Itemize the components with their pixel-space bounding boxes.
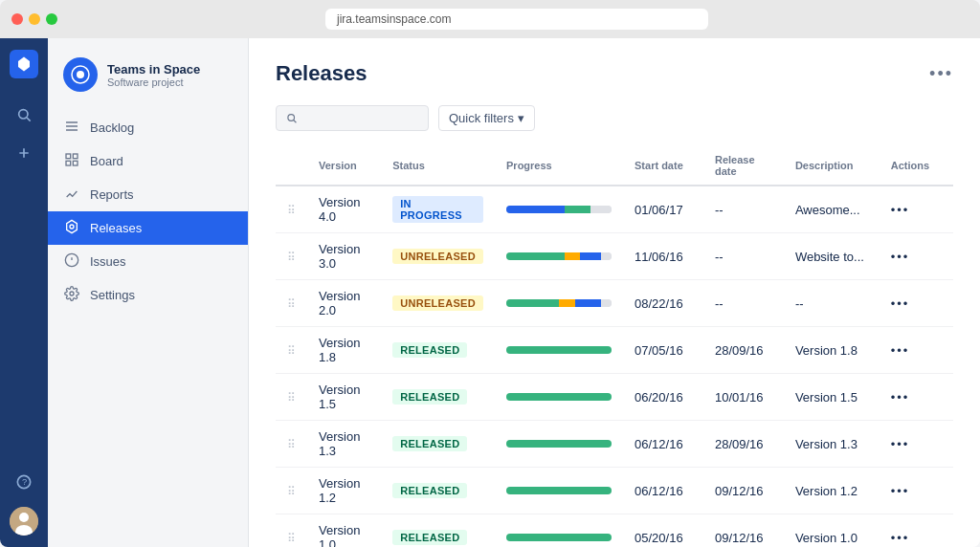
status-badge: UNRELEASED bbox=[392, 295, 483, 311]
user-avatar[interactable] bbox=[10, 507, 38, 536]
nav-items: Backlog Board Reports Releases Issues Se… bbox=[48, 111, 248, 312]
col-header-0 bbox=[276, 146, 307, 186]
version-cell: Version 1.5 bbox=[307, 374, 381, 421]
sidebar-item-label-backlog: Backlog bbox=[90, 120, 134, 135]
project-icon bbox=[63, 57, 98, 92]
status-badge: IN PROGRESS bbox=[392, 196, 483, 223]
actions-cell[interactable]: ••• bbox=[880, 374, 953, 421]
table-row: ⠿Version 1.8RELEASED07/05/1628/09/16Vers… bbox=[276, 327, 953, 374]
dot-green bbox=[46, 13, 57, 25]
svg-line-25 bbox=[294, 120, 297, 123]
version-cell: Version 4.0 bbox=[307, 186, 381, 233]
page-header: Releases ••• bbox=[276, 61, 953, 86]
more-options-button[interactable]: ••• bbox=[929, 64, 953, 84]
table-row: ⠿Version 1.3RELEASED06/12/1628/09/16Vers… bbox=[276, 421, 953, 468]
status-cell: RELEASED bbox=[381, 374, 495, 421]
description-cell: Version 1.3 bbox=[784, 421, 880, 468]
search-input[interactable] bbox=[302, 111, 418, 125]
svg-line-2 bbox=[27, 118, 31, 121]
progress-bar bbox=[506, 487, 612, 494]
sidebar-item-issues[interactable]: Issues bbox=[48, 245, 248, 278]
version-cell: Version 1.8 bbox=[307, 327, 381, 374]
svg-point-19 bbox=[70, 225, 74, 229]
sidebar-item-settings[interactable]: Settings bbox=[48, 278, 248, 312]
address-bar[interactable]: jira.teamsinspace.com bbox=[325, 9, 708, 30]
progress-segment bbox=[565, 206, 591, 213]
start-date-cell: 06/12/16 bbox=[623, 468, 703, 514]
actions-cell[interactable]: ••• bbox=[880, 514, 953, 548]
progress-cell bbox=[495, 186, 623, 233]
drag-handle[interactable]: ⠿ bbox=[287, 251, 296, 264]
description-cell: Website to... bbox=[784, 233, 880, 280]
sidebar-item-board[interactable]: Board bbox=[48, 144, 248, 178]
sidebar-item-releases[interactable]: Releases bbox=[48, 211, 248, 245]
settings-nav-icon bbox=[63, 286, 80, 304]
status-badge: RELEASED bbox=[392, 389, 467, 405]
sidebar-item-label-releases: Releases bbox=[90, 221, 142, 235]
version-cell: Version 2.0 bbox=[307, 280, 381, 327]
progress-segment bbox=[506, 346, 612, 354]
actions-cell[interactable]: ••• bbox=[880, 186, 953, 233]
progress-cell bbox=[495, 468, 623, 514]
search-icon[interactable] bbox=[7, 98, 41, 132]
actions-cell[interactable]: ••• bbox=[880, 327, 953, 374]
progress-segment bbox=[575, 299, 602, 307]
progress-segment bbox=[590, 206, 612, 213]
sidebar-item-label-board: Board bbox=[90, 154, 123, 168]
actions-cell[interactable]: ••• bbox=[880, 233, 953, 280]
svg-point-8 bbox=[19, 513, 29, 522]
table-body: ⠿Version 4.0IN PROGRESS01/06/17--Awesome… bbox=[276, 186, 953, 547]
svg-point-23 bbox=[70, 292, 74, 295]
start-date-cell: 01/06/17 bbox=[623, 186, 703, 233]
progress-segment bbox=[601, 252, 612, 260]
version-cell: Version 1.0 bbox=[307, 514, 381, 548]
main-content: Releases ••• Quick filters ▾ VersionStat… bbox=[249, 38, 980, 547]
status-badge: RELEASED bbox=[392, 436, 467, 451]
drag-handle[interactable]: ⠿ bbox=[287, 532, 296, 545]
sidebar-left: ? bbox=[0, 38, 48, 547]
release-date-cell: 10/01/16 bbox=[703, 374, 784, 421]
dot-yellow bbox=[29, 13, 40, 25]
actions-cell[interactable]: ••• bbox=[880, 421, 953, 468]
issues-nav-icon bbox=[63, 252, 80, 271]
col-header-7: Actions bbox=[880, 146, 953, 186]
status-badge: UNRELEASED bbox=[392, 249, 483, 264]
status-cell: UNRELEASED bbox=[381, 233, 495, 280]
quick-filters-button[interactable]: Quick filters ▾ bbox=[438, 105, 535, 131]
version-cell: Version 1.3 bbox=[307, 421, 381, 468]
progress-bar bbox=[506, 346, 612, 354]
drag-handle[interactable]: ⠿ bbox=[287, 485, 296, 498]
description-cell: -- bbox=[784, 280, 880, 327]
col-header-3: Progress bbox=[495, 146, 623, 186]
drag-handle[interactable]: ⠿ bbox=[287, 204, 296, 217]
sidebar-item-backlog[interactable]: Backlog bbox=[48, 111, 248, 144]
status-cell: RELEASED bbox=[381, 468, 495, 514]
filters-bar: Quick filters ▾ bbox=[276, 105, 953, 131]
help-icon[interactable]: ? bbox=[7, 465, 41, 499]
start-date-cell: 07/05/16 bbox=[623, 327, 703, 374]
release-date-cell: 09/12/16 bbox=[703, 468, 784, 514]
drag-handle[interactable]: ⠿ bbox=[287, 391, 296, 405]
drag-handle[interactable]: ⠿ bbox=[287, 344, 296, 358]
sidebar-item-label-reports: Reports bbox=[90, 187, 134, 202]
svg-point-11 bbox=[77, 71, 84, 78]
sidebar-nav: Teams in Space Software project Backlog … bbox=[48, 38, 249, 547]
actions-cell[interactable]: ••• bbox=[880, 280, 953, 327]
actions-cell[interactable]: ••• bbox=[880, 468, 953, 514]
release-date-cell: 28/09/16 bbox=[703, 327, 784, 374]
drag-handle[interactable]: ⠿ bbox=[287, 438, 296, 451]
quick-filters-label: Quick filters bbox=[449, 111, 514, 125]
sidebar-item-reports[interactable]: Reports bbox=[48, 178, 248, 211]
project-header: Teams in Space Software project bbox=[48, 50, 248, 99]
create-icon[interactable] bbox=[7, 136, 41, 170]
drag-handle[interactable]: ⠿ bbox=[287, 297, 296, 311]
col-header-6: Description bbox=[784, 146, 880, 186]
browser-dots bbox=[11, 13, 57, 25]
table-row: ⠿Version 2.0UNRELEASED08/22/16----••• bbox=[276, 280, 953, 327]
start-date-cell: 06/12/16 bbox=[623, 421, 703, 468]
version-cell: Version 1.2 bbox=[307, 468, 381, 514]
search-box[interactable] bbox=[276, 105, 429, 131]
progress-bar bbox=[506, 206, 612, 213]
sidebar-item-label-settings: Settings bbox=[90, 288, 135, 302]
release-date-cell: 09/12/16 bbox=[703, 514, 784, 548]
